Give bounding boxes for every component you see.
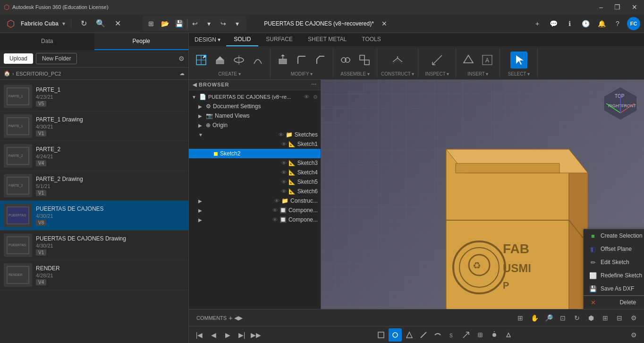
close-panel-icon[interactable]: ✕: [111, 17, 124, 30]
tree-sketch3[interactable]: 👁 📐 Sketch3: [189, 158, 321, 168]
minimize-button[interactable]: –: [596, 2, 606, 12]
timeline-settings-icon[interactable]: ⚙: [627, 328, 640, 342]
eye-icon[interactable]: 👁: [279, 132, 284, 137]
file-item[interactable]: PARTE_2 PARTE_2 4/24/21 V4: [0, 141, 188, 171]
file-item[interactable]: RENDER RENDER 4/28/21 V4: [0, 260, 188, 290]
open-icon[interactable]: 📂: [159, 17, 172, 30]
nav-zoom-icon[interactable]: 🔎: [542, 311, 555, 325]
breadcrumb-folder[interactable]: ESCRITORIO_PC2: [16, 71, 61, 77]
nav-settings-icon[interactable]: ⚙: [627, 311, 640, 325]
redo-icon[interactable]: ↪: [217, 17, 230, 30]
tree-sketch1[interactable]: 👁 📐 Sketch1: [189, 139, 321, 149]
comments-expand-icon[interactable]: ◀▶: [234, 315, 243, 321]
tab-data[interactable]: Data: [0, 33, 94, 50]
insert-mesh-icon[interactable]: [460, 51, 477, 69]
eye-icon[interactable]: 👁: [304, 94, 309, 100]
view-cube[interactable]: TOP FRONT RIGHT: [602, 85, 639, 122]
info-icon[interactable]: ℹ: [563, 17, 576, 30]
sketch-tool-7[interactable]: [459, 328, 473, 342]
timeline-prev-icon[interactable]: ◀: [207, 328, 220, 342]
tab-people[interactable]: People: [94, 33, 189, 50]
close-button[interactable]: ✕: [629, 2, 640, 12]
tree-sketch6[interactable]: 👁 📐 Sketch6: [189, 187, 321, 196]
nav-grid-icon[interactable]: ⊞: [599, 311, 612, 325]
sweep-icon[interactable]: [249, 51, 266, 69]
offset-plane-icon[interactable]: [389, 51, 406, 69]
undo-dropdown-icon[interactable]: ▾: [203, 17, 216, 30]
sketch-tool-1[interactable]: [374, 328, 388, 342]
eye-icon[interactable]: 👁: [281, 189, 287, 194]
tree-origin[interactable]: ▶ ⊕ Origin: [189, 120, 321, 130]
nav-perspective-icon[interactable]: ⬢: [585, 311, 598, 325]
history-icon[interactable]: 🕐: [579, 17, 592, 30]
eye-icon[interactable]: 👁: [272, 207, 278, 213]
select-icon[interactable]: [510, 51, 527, 69]
ctx-redefine-sketch-plane[interactable]: ⬜ Redefine Sketch Plane: [584, 269, 644, 282]
save-icon[interactable]: 💾: [173, 17, 186, 30]
nav-zoom-fit-icon[interactable]: ⊡: [556, 311, 569, 325]
press-pull-icon[interactable]: [274, 51, 291, 69]
search-icon[interactable]: 🔍: [94, 17, 107, 30]
upload-button[interactable]: Upload: [4, 53, 33, 64]
cloud-icon[interactable]: ☁: [179, 70, 185, 77]
eye-icon[interactable]: 👁: [281, 179, 287, 185]
grid-icon[interactable]: ⊞: [144, 17, 158, 30]
tree-doc-settings[interactable]: ▶ ⚙ Document Settings: [189, 102, 321, 111]
extrude-icon[interactable]: [212, 51, 229, 69]
tree-sketch2[interactable]: ◼ Sketch2: [189, 149, 321, 158]
ribbon-tab-sheet-metal[interactable]: SHEET METAL: [300, 33, 354, 46]
decal-icon[interactable]: A: [479, 51, 496, 69]
eye-icon[interactable]: 👁: [281, 160, 287, 166]
sketch-tool-6[interactable]: S: [445, 328, 458, 342]
nav-pan-icon[interactable]: ✋: [528, 311, 541, 325]
ctx-edit-sketch[interactable]: ✏ Edit Sketch: [584, 256, 644, 269]
maximize-button[interactable]: ❐: [611, 2, 623, 12]
viewport[interactable]: FAB USMI P ♻ TO: [321, 80, 644, 309]
create-sketch-icon[interactable]: [193, 51, 210, 69]
sketch-tool-10[interactable]: [502, 328, 515, 342]
comments-tab[interactable]: COMMENTS + ◀▶: [193, 312, 246, 324]
comments-add-icon[interactable]: +: [229, 314, 232, 322]
file-item[interactable]: PARTE_1 PARTE_1 Drawing 4/30/21 V1: [0, 111, 188, 141]
file-item[interactable]: PARTE_2 PARTE_2 Drawing 5/1/21 V1: [0, 171, 188, 201]
app-logo-icon[interactable]: ⬡: [4, 17, 17, 30]
measure-icon[interactable]: [429, 51, 446, 69]
eye-icon[interactable]: 👁: [274, 198, 280, 204]
settings-icon[interactable]: ⚙: [313, 94, 318, 100]
help-icon[interactable]: ?: [611, 17, 624, 30]
file-item[interactable]: PUEERTAS PUEERTAS DE CAJONES Drawing 4/3…: [0, 231, 188, 260]
joint-icon[interactable]: [337, 51, 354, 69]
close-doc-button[interactable]: ✕: [378, 17, 391, 30]
user-dropdown-icon[interactable]: ▾: [62, 20, 65, 27]
ctx-delete[interactable]: ✕ Delete Del: [584, 296, 644, 309]
ctx-save-as-dxf[interactable]: 💾 Save As DXF: [584, 282, 644, 296]
sketch-tool-3[interactable]: [403, 328, 416, 342]
sketch-tool-4[interactable]: [417, 328, 430, 342]
tree-component2[interactable]: ▶ 👁 🔲 Compone...: [189, 215, 321, 224]
tree-sketch4[interactable]: 👁 📐 Sketch4: [189, 168, 321, 177]
revolve-icon[interactable]: [230, 51, 247, 69]
browser-menu-icon[interactable]: ⋯: [311, 82, 317, 88]
eye-icon[interactable]: 👁: [281, 141, 287, 147]
chamfer-icon[interactable]: [312, 51, 329, 69]
tree-construct[interactable]: ▶ 👁 📁 Construc...: [189, 196, 321, 206]
tree-component1[interactable]: ▶ 👁 🔲 Compone...: [189, 206, 321, 215]
tree-sketch5[interactable]: 👁 📐 Sketch5: [189, 177, 321, 187]
timeline-next-icon[interactable]: ▶|: [235, 328, 248, 342]
file-item[interactable]: PUEERTAS PUEERTAS DE CAJONES 4/30/21 V8: [0, 201, 188, 231]
notification-icon[interactable]: 🔔: [595, 17, 608, 30]
new-folder-button[interactable]: New Folder: [36, 53, 77, 64]
nav-orbit-icon[interactable]: ↻: [570, 311, 584, 325]
ribbon-tab-solid[interactable]: SOLID: [226, 33, 258, 46]
tree-named-views[interactable]: ▶ 📷 Named Views: [189, 111, 321, 120]
fillet-icon[interactable]: [293, 51, 310, 69]
chat-icon[interactable]: 💬: [547, 17, 560, 30]
user-avatar[interactable]: FC: [627, 17, 640, 30]
redo-dropdown-icon[interactable]: ▾: [231, 17, 244, 30]
sketch-tool-9[interactable]: [488, 328, 501, 342]
ribbon-tab-surface[interactable]: SURFACE: [258, 33, 300, 46]
home-icon[interactable]: 🏠: [4, 70, 10, 77]
component-icon[interactable]: [356, 51, 373, 69]
eye-icon[interactable]: 👁: [272, 217, 278, 223]
timeline-play-icon[interactable]: ▶: [221, 328, 234, 342]
